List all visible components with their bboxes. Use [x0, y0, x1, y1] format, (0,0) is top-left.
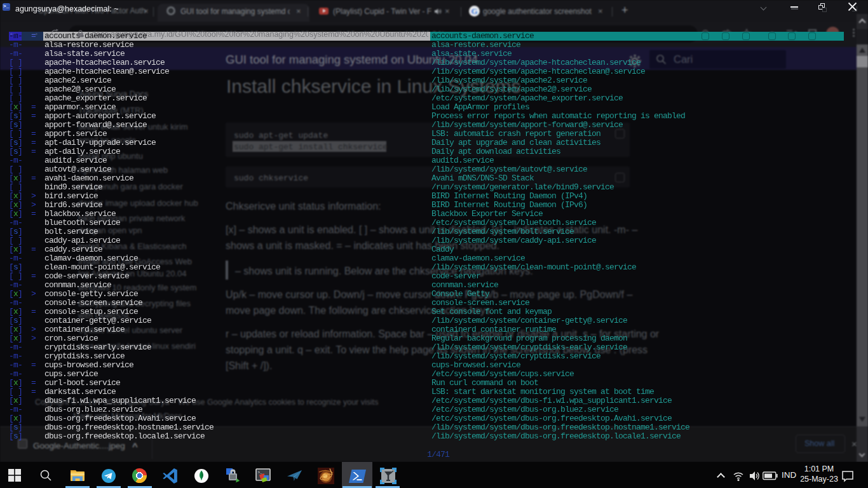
- svg-text:>_: >_: [258, 470, 263, 475]
